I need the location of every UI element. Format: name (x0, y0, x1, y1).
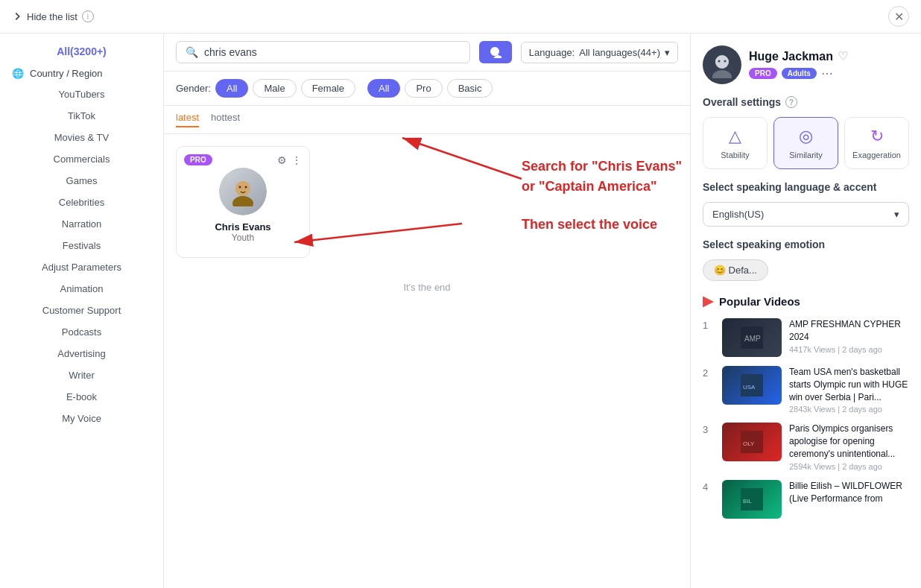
voice-card-chris-evans[interactable]: PRO ⚙ ⋮ (176, 146, 310, 258)
profile-info: Huge Jackman ♡ PRO Adults ⋯ (749, 49, 848, 80)
video-info-2: Team USA men's basketball starts Olympic… (789, 366, 909, 414)
hide-list-label: Hide the list (27, 11, 77, 22)
sidebar-item-animation[interactable]: Animation (0, 278, 163, 300)
language-selector[interactable]: Language: All languages(44+) ▾ (521, 42, 678, 63)
type-pro-button[interactable]: Pro (405, 79, 442, 98)
profile-row: Huge Jackman ♡ PRO Adults ⋯ (703, 45, 909, 84)
video-item-2[interactable]: 2 USA Team USA men's basketball starts O… (703, 366, 909, 414)
search-input[interactable] (204, 46, 460, 58)
type-all-button[interactable]: All (367, 79, 400, 98)
sidebar-all-count[interactable]: All(3200+) (0, 39, 163, 63)
video-title-1: AMP FRESHMAN CYPHER 2024 (789, 318, 909, 344)
youtube-icon: ▶ (703, 293, 713, 309)
sidebar-item-games[interactable]: Games (0, 170, 163, 192)
chevron-right-icon (12, 11, 22, 22)
thumb-svg-4: BIL (741, 488, 763, 510)
search-bar: 🔍 Language: All languages(44+) ▾ (164, 34, 690, 72)
info-icon[interactable]: i (82, 10, 94, 22)
video-thumb-2: USA (722, 366, 782, 405)
popular-videos-header: ▶ Popular Videos (703, 293, 909, 309)
pro-badge-profile: PRO (749, 68, 777, 79)
video-thumb-3: OLY (722, 423, 782, 461)
video-num-4: 4 (703, 480, 715, 493)
similarity-label: Similarity (789, 151, 823, 159)
sidebar-item-country[interactable]: 🌐 Country / Region (0, 63, 163, 83)
heart-icon[interactable]: ♡ (838, 49, 848, 63)
type-filter-group: All Pro Basic (367, 79, 493, 98)
gender-female-button[interactable]: Female (301, 79, 355, 98)
emotion-section-title: Select speaking emotion (703, 238, 909, 250)
svg-point-10 (712, 70, 732, 78)
tab-hottest[interactable]: hottest (211, 112, 240, 127)
sidebar-item-narration[interactable]: Narration (0, 213, 163, 235)
gender-male-button[interactable]: Male (253, 79, 296, 98)
thumb-svg-3: OLY (741, 431, 763, 453)
popular-videos-section: ▶ Popular Videos 1 AMP AMP FRESHMAN CYPH… (703, 293, 909, 519)
sidebar-item-ebook[interactable]: E-book (0, 386, 163, 408)
sidebar-item-movies[interactable]: Movies & TV (0, 127, 163, 148)
sidebar-item-advertising[interactable]: Advertising (0, 343, 163, 364)
sidebar-item-podcasts[interactable]: Podcasts (0, 321, 163, 343)
sidebar: All(3200+) 🌐 Country / Region YouTubers … (0, 34, 164, 588)
exaggeration-icon: ↻ (870, 127, 884, 146)
video-info-3: Paris Olympics organisers apologise for … (789, 423, 909, 470)
video-meta-2: 2843k Views | 2 days ago (789, 405, 909, 414)
close-button[interactable]: ✕ (888, 6, 909, 27)
avatar-svg (228, 177, 258, 206)
similarity-icon: ◎ (799, 127, 813, 146)
exaggeration-card[interactable]: ↻ Exaggeration (844, 117, 909, 169)
settings-gear-icon[interactable]: ⚙ (277, 154, 287, 166)
more-options-icon[interactable]: ⋮ (291, 154, 302, 166)
language-section: Select speaking language & accent Englis… (703, 181, 909, 227)
profile-name-text: Huge Jackman (749, 50, 833, 63)
search-icon: 🔍 (186, 46, 198, 58)
tab-latest[interactable]: latest (176, 112, 199, 127)
language-section-title: Select speaking language & accent (703, 181, 909, 193)
language-dropdown[interactable]: English(US) ▾ (703, 202, 909, 227)
card-actions: ⚙ ⋮ (277, 154, 302, 166)
more-badges-icon[interactable]: ⋯ (821, 66, 833, 80)
svg-text:USA: USA (743, 384, 756, 391)
profile-badges: PRO Adults ⋯ (749, 66, 848, 80)
hide-list-button[interactable]: Hide the list i (12, 10, 94, 22)
profile-avatar-svg (709, 51, 735, 78)
thumb-svg-1: AMP (741, 326, 763, 349)
sort-tabs: latest hottest (164, 106, 690, 134)
language-value: All languages(44+) (579, 47, 660, 58)
sidebar-item-tiktok[interactable]: TikTok (0, 105, 163, 127)
sidebar-item-festivals[interactable]: Festivals (0, 235, 163, 256)
filters-bar: Gender: All Male Female All Pro Basic (164, 72, 690, 106)
video-num-2: 2 (703, 366, 715, 379)
video-info-4: Billie Eilish – WILDFLOWER (Live Perform… (789, 480, 909, 507)
video-item-4[interactable]: 4 BIL Billie Eilish – WILDFLOWER (Live P… (703, 480, 909, 519)
video-item-1[interactable]: 1 AMP AMP FRESHMAN CYPHER 2024 4417k Vie… (703, 318, 909, 357)
sidebar-item-customer-support[interactable]: Customer Support (0, 300, 163, 321)
profile-name-row: Huge Jackman ♡ (749, 49, 848, 63)
right-panel: Huge Jackman ♡ PRO Adults ⋯ Overall sett… (690, 34, 921, 588)
sidebar-item-celebrities[interactable]: Celebrities (0, 192, 163, 213)
similarity-card[interactable]: ◎ Similarity (773, 117, 838, 169)
top-bar: Hide the list i ✕ (0, 0, 921, 34)
sidebar-item-writer[interactable]: Writer (0, 364, 163, 386)
sidebar-item-adjust[interactable]: Adjust Parameters (0, 256, 163, 278)
language-dropdown-value: English(US) (712, 209, 764, 220)
video-item-3[interactable]: 3 OLY Paris Olympics organisers apologis… (703, 423, 909, 470)
stability-card[interactable]: △ Stability (703, 117, 768, 169)
gender-all-button[interactable]: All (215, 79, 248, 98)
end-text: It's the end (176, 267, 678, 308)
search-button[interactable] (479, 41, 512, 63)
main-layout: All(3200+) 🌐 Country / Region YouTubers … (0, 34, 921, 588)
emotion-button[interactable]: 😊 Defa... (703, 259, 768, 281)
sidebar-item-youtubers[interactable]: YouTubers (0, 83, 163, 105)
video-meta-3: 2594k Views | 2 days ago (789, 462, 909, 471)
type-basic-button[interactable]: Basic (447, 79, 493, 98)
emotion-section: Select speaking emotion 😊 Defa... (703, 238, 909, 281)
search-input-wrap: 🔍 (176, 41, 470, 63)
voice-avatar (219, 168, 267, 215)
overall-settings-label: Overall settings (703, 96, 781, 108)
voice-name: Chris Evans (215, 221, 270, 233)
voice-results-area: PRO ⚙ ⋮ (164, 134, 690, 588)
sidebar-item-myvoice[interactable]: My Voice (0, 408, 163, 429)
sidebar-item-commercials[interactable]: Commercials (0, 148, 163, 170)
overall-settings-info-icon[interactable]: ? (785, 96, 797, 108)
